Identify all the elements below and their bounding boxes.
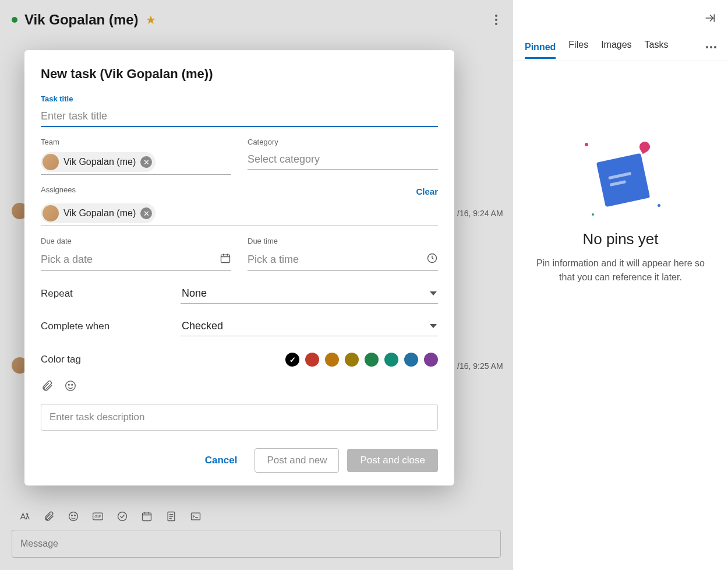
due-date-input[interactable]: Pick a date xyxy=(41,249,231,271)
due-time-label: Due time xyxy=(248,237,438,245)
svg-point-11 xyxy=(66,381,76,391)
svg-point-13 xyxy=(72,384,73,385)
tab-images[interactable]: Images xyxy=(601,40,631,55)
team-chip: Vik Gopalan (me) ✕ xyxy=(41,152,156,172)
remove-chip-icon[interactable]: ✕ xyxy=(140,207,152,219)
task-description-input[interactable] xyxy=(41,404,438,431)
category-label: Category xyxy=(248,138,438,146)
tab-tasks[interactable]: Tasks xyxy=(645,40,669,55)
color-tag-label: Color tag xyxy=(41,354,81,365)
avatar xyxy=(43,154,59,170)
remove-chip-icon[interactable]: ✕ xyxy=(140,156,152,168)
color-swatch[interactable] xyxy=(404,353,418,367)
new-task-modal: New task (Vik Gopalan (me)) Task title T… xyxy=(24,50,454,485)
avatar xyxy=(43,205,59,221)
tab-files[interactable]: Files xyxy=(568,40,588,55)
attachment-icon[interactable] xyxy=(41,379,54,396)
due-time-input[interactable]: Pick a time xyxy=(248,249,438,271)
due-date-placeholder: Pick a date xyxy=(41,254,93,266)
complete-when-value: Checked xyxy=(182,320,223,332)
emoji-icon[interactable] xyxy=(64,379,77,396)
color-swatch[interactable] xyxy=(325,353,339,367)
color-swatches xyxy=(285,353,438,367)
color-swatch[interactable] xyxy=(345,353,359,367)
repeat-label: Repeat xyxy=(41,288,181,300)
task-title-label: Task title xyxy=(41,94,438,103)
svg-rect-9 xyxy=(221,255,230,262)
repeat-value: None xyxy=(182,287,207,300)
color-swatch[interactable] xyxy=(424,353,438,367)
chevron-down-icon xyxy=(430,291,437,295)
assignees-label: Assignees xyxy=(41,185,76,194)
chip-label: Vik Gopalan (me) xyxy=(63,157,136,167)
category-input[interactable] xyxy=(248,150,438,170)
task-title-input[interactable] xyxy=(41,107,438,127)
due-time-placeholder: Pick a time xyxy=(248,254,299,266)
svg-point-12 xyxy=(68,384,69,385)
team-field[interactable]: Vik Gopalan (me) ✕ xyxy=(41,150,231,175)
due-date-label: Due date xyxy=(41,237,231,245)
modal-title: New task (Vik Gopalan (me)) xyxy=(41,66,438,82)
calendar-icon xyxy=(220,252,231,267)
color-swatch[interactable] xyxy=(365,353,379,367)
tab-pinned[interactable]: Pinned xyxy=(525,42,556,59)
clock-icon xyxy=(426,252,438,267)
pins-empty-illustration xyxy=(580,137,662,219)
chip-label: Vik Gopalan (me) xyxy=(63,208,136,219)
assignee-chip: Vik Gopalan (me) ✕ xyxy=(41,203,156,223)
cancel-button[interactable]: Cancel xyxy=(196,449,247,472)
post-and-close-button[interactable]: Post and close xyxy=(347,449,438,472)
color-swatch[interactable] xyxy=(285,353,299,367)
complete-when-select[interactable]: Checked xyxy=(181,316,438,336)
empty-state-title: No pins yet xyxy=(582,230,658,248)
chevron-down-icon xyxy=(430,324,437,328)
post-and-new-button[interactable]: Post and new xyxy=(255,448,339,473)
color-swatch[interactable] xyxy=(384,353,398,367)
tabs-overflow-button[interactable] xyxy=(706,46,716,48)
color-swatch[interactable] xyxy=(305,353,319,367)
assignees-field[interactable]: Vik Gopalan (me) ✕ xyxy=(41,201,438,226)
collapse-panel-icon[interactable] xyxy=(704,12,716,28)
clear-assignees-button[interactable]: Clear xyxy=(416,187,438,196)
empty-state-desc: Pin information and it will appear here … xyxy=(531,256,711,284)
repeat-select[interactable]: None xyxy=(181,284,438,304)
complete-when-label: Complete when xyxy=(41,321,181,332)
team-label: Team xyxy=(41,138,231,146)
